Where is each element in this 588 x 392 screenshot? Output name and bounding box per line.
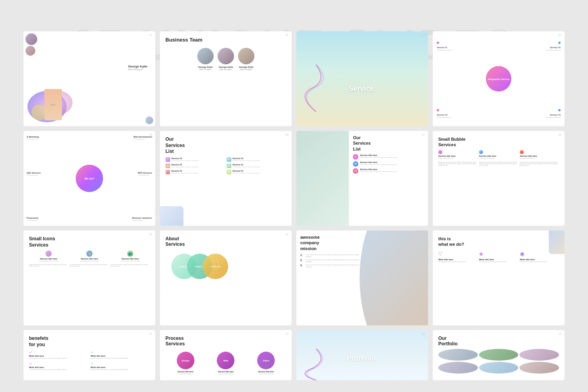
service-bl: Service #3 Lorem ipsum dolor sit — [437, 107, 452, 118]
member-role-3: Web Designer — [240, 68, 252, 71]
benefit-3: ✓ Write title here Lorem ipsum dolor sit… — [29, 361, 88, 370]
slide-title: About Services — [165, 236, 286, 247]
portfolio-thumb-5 — [479, 362, 519, 374]
person-role: Web Designer — [128, 68, 147, 71]
slide-3: 03 Service. — [296, 31, 428, 126]
slide-title: Our Services List — [353, 135, 424, 152]
wwd-2: ◈ Write title here Lorem ipsum dolor sit… — [479, 250, 518, 263]
team-member-2: George Kylie Web Designer — [218, 48, 234, 71]
we-do-bpo: BPO Services Lorem ipsum sit — [138, 171, 152, 176]
slide-number: 10 — [285, 233, 289, 236]
slide-title: awesome company mission — [300, 234, 363, 251]
service-item-6: ★ Service #2Lorem ipsum dolor sit amet c… — [227, 170, 286, 174]
service-item-5: 🔒 Service #2Lorem ipsum dolor sit amet c… — [165, 170, 225, 174]
we-do-e-marketing: E Marketing Lorem ipsum sit — [27, 136, 39, 140]
bubble-3: 03 Service title here Lorem ipsum dolor … — [520, 150, 559, 159]
numbered-service-3: 03 Service title hereLorem ipsum dolor s… — [353, 168, 424, 174]
slide-7: 07 Our Services List 01 Service title he… — [296, 131, 428, 226]
slide-title: this is what we do? — [438, 236, 559, 247]
portfolio-thumb-3 — [519, 349, 559, 361]
center-circle: Infographic Service — [486, 66, 512, 92]
slide-content: Our Services List 01 Service title hereL… — [349, 131, 428, 226]
we-do-powerpoint: Powerpoint Lorem ipsum sit — [27, 217, 38, 221]
slide-number: 15 — [422, 332, 425, 335]
service-tl: Service #1 Lorem ipsum dolor sit — [437, 39, 452, 51]
slide-number: 01 — [149, 34, 152, 36]
slide-content: awesome company mission 1. Lorem ipsum d… — [300, 234, 363, 269]
portfolio-thumb-1 — [438, 349, 478, 361]
bubble-descriptions: Rapperswil est hardrock band Toggl its a… — [438, 162, 559, 166]
service-item-1: ⌂ Service #2Lorem ipsum dolor sit amet c… — [165, 157, 225, 162]
member-role-2: Web Designer — [220, 68, 232, 71]
avatar-3 — [238, 48, 254, 64]
slide-11: 11 awesome company mission 1. Lorem ipsu… — [296, 230, 428, 325]
slide-number: 06 — [285, 133, 289, 136]
team-member-1: George Kylie Web Designer — [197, 48, 214, 71]
slide-1: 01 figure George Kylie Web Designer — [24, 31, 155, 126]
about-circle-3: Service #3 — [203, 254, 228, 279]
benefit-1: ✓ Write title here Lorem ipsum dolor sit… — [29, 350, 88, 359]
team-members-container: George Kylie Web Designer George Kylie W… — [165, 48, 286, 71]
portfolio-hero-text: Portfolio. — [347, 354, 378, 363]
wwd-grid: ▽ Write title here Lorem ipsum dolor sit… — [438, 250, 559, 263]
mission-2: 2. Lorem ipsum dolor sit amet consectetu… — [300, 259, 363, 263]
service-item-4: ⚙ Service #2Lorem ipsum dolor sit amet c… — [227, 163, 286, 168]
photo-small — [145, 116, 153, 124]
portfolio-grid-container — [438, 349, 559, 374]
team-member-3: George Kylie Web Designer — [238, 48, 254, 71]
slide-10: 10 About Services Service #1 Service #2 … — [160, 230, 292, 325]
slide-title: benefets for you — [29, 336, 150, 348]
slide-number: 04 — [558, 34, 561, 36]
bubble-1: 01 Service title here Lorem ipsum dolor … — [438, 150, 477, 159]
we-do-circle: We do? — [76, 165, 103, 192]
main-person: figure — [41, 85, 65, 120]
profile-photos — [25, 33, 37, 56]
slide-6: 06 Our Services List ⌂ Service #2Lorem i… — [160, 131, 292, 226]
mission-3: 3. Lorem ipsum dolor sit amet consectetu… — [300, 264, 363, 268]
wwd-1: ▽ Write title here Lorem ipsum dolor sit… — [438, 250, 477, 263]
curve-decoration-2 — [304, 349, 328, 380]
avatar-1 — [197, 48, 214, 64]
benefits-grid: ✓ Write title here Lorem ipsum dolor sit… — [29, 350, 150, 370]
service-item-2: ✏ Service #2Lorem ipsum dolor sit amet c… — [227, 157, 286, 162]
numbered-service-1: 01 Service title hereLorem ipsum dolor s… — [353, 154, 424, 160]
portfolio-thumb-2 — [479, 349, 519, 361]
slide-number: 14 — [285, 332, 289, 335]
left-image — [296, 131, 349, 226]
slide-9: 09 Small Icons Services 🛒 Service title … — [24, 230, 155, 325]
slide-title: Small Icons Services — [29, 236, 150, 248]
slide-title: Process Services — [165, 336, 286, 347]
slide-title: Our Services List — [165, 136, 286, 155]
bubble-2: 02 Service title here Lorem ipsum dolor … — [479, 150, 518, 159]
slide-8: 08 Small Bubble Services 01 Service titl… — [433, 131, 564, 226]
icon-service-3: 👥 Service title here Lorem ipsum dolor s… — [111, 250, 150, 262]
slide-13: 13 benefets for you ✓ Write title here L… — [24, 330, 155, 380]
photo-top — [25, 33, 37, 45]
about-circles-container: Service #1 Service #2 Service #3 — [165, 252, 286, 281]
person-name: George Kylie — [128, 65, 147, 68]
icon-services-grid: 🛒 Service title here Lorem ipsum dolor s… — [29, 250, 150, 262]
slide-14: 14 Process Services Design Service title… — [160, 330, 292, 380]
icon-service-1: 🛒 Service title here Lorem ipsum dolor s… — [29, 250, 68, 262]
slide-number: 02 — [285, 34, 289, 36]
portfolio-thumb-4 — [438, 362, 478, 374]
slide-number: 03 — [422, 34, 425, 36]
slide-16: 16 Our Portfolio — [433, 330, 564, 380]
right-image — [359, 230, 428, 325]
mission-1: 1. Lorem ipsum dolor sit amet consectetu… — [300, 254, 363, 258]
process-circles-container: Design Service title here Lorem ipsum do… — [165, 352, 286, 375]
we-do-web-dev: Web Development Lorem ipsum sit — [133, 136, 152, 140]
service-tr: Service #2 Lorem ipsum dolor sit — [546, 39, 561, 51]
slide-title: Small Bubble Services — [438, 136, 559, 148]
curve-decoration — [304, 50, 328, 126]
services-grid: ⌂ Service #2Lorem ipsum dolor sit amet c… — [165, 157, 286, 174]
icon-service-2: ✏️ Service title here Lorem ipsum dolor … — [70, 250, 109, 262]
slides-grid: 01 figure George Kylie Web Designer — [0, 0, 588, 392]
thumbnail-image — [160, 206, 183, 226]
slide-4: 04 Service #1 Lorem ipsum dolor sit Serv… — [433, 31, 564, 126]
slide-title: Business Team — [165, 37, 286, 43]
numbered-service-2: 02 Service title hereLorem ipsum dolor s… — [353, 161, 424, 167]
service-item-3: ☁ Service #2Lorem ipsum dolor sit amet c… — [165, 163, 225, 168]
slide-15: 15 Portfolio. — [296, 330, 428, 380]
process-step-1: Design Service title here Lorem ipsum do… — [177, 352, 194, 375]
